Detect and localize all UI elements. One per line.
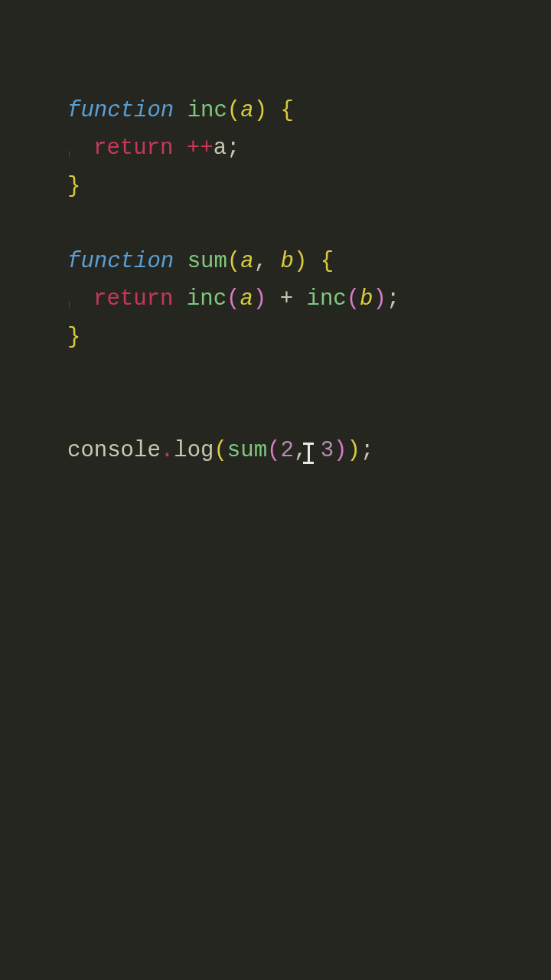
number-arg-1: 2 xyxy=(280,438,293,463)
arg-a: a xyxy=(240,286,253,312)
code-line-blank-3[interactable] xyxy=(67,394,551,431)
call-sum: sum xyxy=(227,438,267,463)
keyword-function: function xyxy=(67,98,174,123)
param-b: b xyxy=(280,249,293,274)
code-line-5[interactable]: return inc(a) + inc(b); xyxy=(67,280,551,318)
code-line-blank-1[interactable] xyxy=(67,205,551,243)
code-line-3[interactable]: } xyxy=(67,168,551,205)
function-name-inc: inc xyxy=(187,98,227,123)
number-arg-2: 3 xyxy=(321,438,334,463)
call-inc-2: inc xyxy=(306,286,346,312)
code-line-6[interactable]: } xyxy=(67,318,551,356)
code-line-7[interactable]: console.log(sum(2, 3)); xyxy=(67,432,551,545)
keyword-return: return xyxy=(93,286,173,312)
code-line-2[interactable]: return ++a; xyxy=(67,129,551,167)
operator-plus: + xyxy=(280,286,293,312)
operator-increment: ++ xyxy=(187,136,214,161)
call-inc-1: inc xyxy=(187,286,227,312)
code-line-1[interactable]: function inc(a) { xyxy=(67,92,551,129)
code-editor[interactable]: function inc(a) { return ++a; } function… xyxy=(67,92,551,545)
code-line-blank-2[interactable] xyxy=(67,356,551,394)
keyword-function: function xyxy=(67,249,174,274)
variable-a: a xyxy=(214,136,227,161)
object-console: console xyxy=(67,438,161,463)
arg-b: b xyxy=(360,286,373,312)
code-line-4[interactable]: function sum(a, b) { xyxy=(67,243,551,280)
method-log: log xyxy=(174,438,214,463)
param-a: a xyxy=(240,249,253,274)
function-name-sum: sum xyxy=(187,249,227,274)
param-a: a xyxy=(240,98,253,123)
keyword-return: return xyxy=(93,136,173,161)
